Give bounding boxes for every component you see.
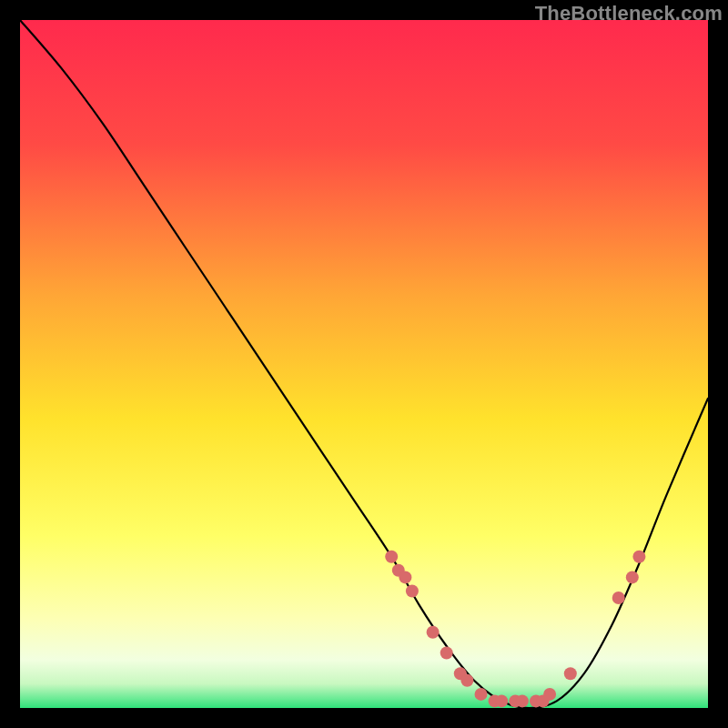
gradient-background [20,20,708,708]
sample-dot [385,551,398,563]
bottleneck-chart [20,20,708,708]
sample-dot [440,647,453,660]
sample-dot [612,592,625,604]
watermark-text: TheBottleneck.com [535,2,723,25]
sample-dot [543,688,556,701]
sample-dot [406,585,419,598]
sample-dot [399,571,411,583]
sample-dot [475,688,488,701]
sample-dot [495,694,508,707]
sample-dot [460,674,473,687]
sample-dot [516,694,529,707]
sample-dot [564,667,577,680]
sample-dot [626,571,639,583]
chart-frame [20,20,708,708]
sample-dot [427,626,440,639]
sample-dot [632,551,645,563]
